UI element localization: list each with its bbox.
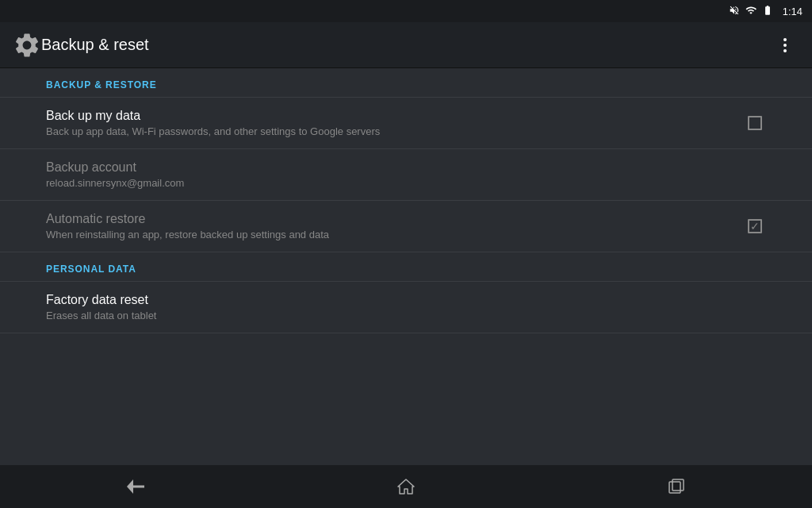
page-title: Backup & reset [41,36,771,54]
setting-restore-subtitle: When reinstalling an app, restore backed… [46,229,731,241]
content-area: BACKUP & RESTORE Back up my data Back up… [0,68,812,465]
recents-button[interactable] [653,471,700,502]
setting-item-account-content: Backup account reload.sinnersynx@gmail.c… [46,160,766,189]
app-bar: Backup & reset [0,22,812,68]
section-header-backup-restore: BACKUP & RESTORE [0,68,812,97]
section-header-personal-data: PERSONAL DATA [0,252,812,281]
svg-rect-1 [133,486,144,488]
mute-icon [729,5,740,18]
setting-item-factory-reset[interactable]: Factory data reset Erases all data on ta… [0,282,812,333]
restore-checkbox-control: ✓ [744,215,766,237]
settings-icon [13,31,41,60]
backup-checkbox-unchecked [748,116,762,130]
recents-icon [668,479,684,495]
svg-rect-3 [669,482,680,493]
checkmark-icon: ✓ [750,221,760,232]
setting-item-factory-content: Factory data reset Erases all data on ta… [46,293,766,321]
setting-factory-title: Factory data reset [46,293,766,307]
backup-checkbox-control [744,112,766,134]
home-button[interactable] [382,471,430,502]
divider-6 [0,333,812,333]
status-time: 1:14 [783,6,802,17]
back-icon [127,479,144,494]
setting-item-restore-content: Automatic restore When reinstalling an a… [46,212,731,241]
setting-item-automatic-restore[interactable]: Automatic restore When reinstalling an a… [0,201,812,252]
svg-marker-0 [127,479,133,494]
setting-account-subtitle: reload.sinnersynx@gmail.com [46,177,766,189]
overflow-menu-button[interactable] [771,31,799,60]
svg-marker-2 [398,479,414,494]
setting-item-backup-content: Back up my data Back up app data, Wi-Fi … [46,109,731,137]
home-icon [397,479,415,495]
setting-factory-subtitle: Erases all data on tablet [46,310,766,321]
setting-item-backup-account[interactable]: Backup account reload.sinnersynx@gmail.c… [0,149,812,200]
setting-backup-title: Back up my data [46,109,731,123]
status-bar: 1:14 [0,0,812,22]
battery-icon [762,5,773,18]
more-options-icon [783,38,787,52]
nav-bar [0,465,812,508]
setting-backup-subtitle: Back up app data, Wi-Fi passwords, and o… [46,125,731,137]
setting-item-backup-my-data[interactable]: Back up my data Back up app data, Wi-Fi … [0,98,812,148]
back-button[interactable] [112,471,159,502]
setting-restore-title: Automatic restore [46,212,731,226]
svg-rect-4 [672,479,684,491]
wifi-icon [745,5,757,18]
restore-checkbox-checked: ✓ [748,219,762,233]
setting-account-title: Backup account [46,160,766,175]
